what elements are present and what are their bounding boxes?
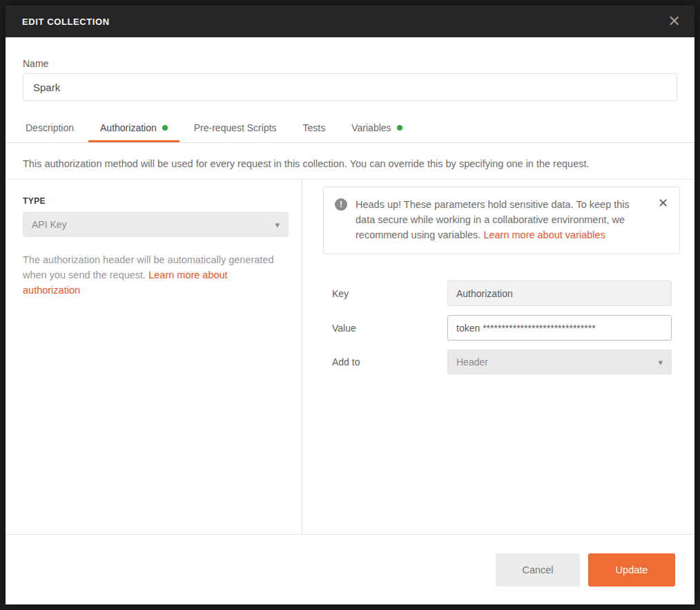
green-status-dot [397,125,402,131]
info-icon: ! [335,198,347,211]
green-status-dot [162,125,168,131]
tab-description[interactable]: Description [14,117,86,142]
close-icon[interactable]: ✕ [668,14,681,29]
edit-collection-modal: EDIT COLLECTION ✕ Name Description Autho… [6,6,694,604]
auth-type-value: API Key [32,219,67,230]
type-label: TYPE [23,196,288,206]
add-to-select[interactable]: Header ▾ [447,350,672,374]
cancel-button[interactable]: Cancel [496,553,580,587]
tab-label: Pre-request Scripts [194,122,277,133]
modal-header: EDIT COLLECTION ✕ [6,6,694,37]
key-input[interactable] [447,280,672,306]
auth-type-column: TYPE API Key ▾ The authorization header … [6,180,302,534]
tab-pre-request-scripts[interactable]: Pre-request Scripts [182,117,289,142]
authorization-description: This authorization method will be used f… [23,157,677,171]
tab-bar: Description Authorization Pre-request Sc… [6,117,694,143]
key-row: Key [323,280,680,306]
update-button[interactable]: Update [588,553,675,587]
tab-label: Authorization [100,122,157,133]
add-to-label: Add to [323,356,447,368]
authorization-panel: TYPE API Key ▾ The authorization header … [6,179,694,534]
auth-type-select[interactable]: API Key ▾ [23,212,289,237]
warning-close-icon[interactable]: ✕ [658,197,668,209]
tab-variables[interactable]: Variables [340,117,414,142]
value-row: Value [323,315,680,341]
name-section: Name [6,37,694,101]
sensitive-data-warning: ! Heads up! These parameters hold sensit… [323,187,680,254]
chevron-down-icon: ▾ [658,357,663,368]
learn-more-variables-link[interactable]: Learn more about variables [483,229,605,240]
auth-help-text: The authorization header will be automat… [23,252,275,298]
key-label: Key [323,288,447,299]
tab-label: Variables [351,122,391,133]
add-to-value: Header [456,356,488,368]
add-to-row: Add to Header ▾ [323,350,680,374]
modal-footer: Cancel Update [6,534,694,604]
tab-label: Description [26,122,74,133]
tab-tests[interactable]: Tests [291,117,338,142]
chevron-down-icon: ▾ [275,220,280,230]
value-input[interactable] [447,315,672,341]
modal-body: Name Description Authorization Pre-reque… [6,37,694,604]
modal-title: EDIT COLLECTION [22,17,110,27]
tab-label: Tests [303,122,326,133]
tab-authorization[interactable]: Authorization [88,117,179,142]
collection-name-input[interactable] [23,73,677,101]
auth-details-column: ! Heads up! These parameters hold sensit… [302,180,694,534]
name-label: Name [23,58,677,69]
value-label: Value [323,323,447,334]
modal-backdrop: EDIT COLLECTION ✕ Name Description Autho… [0,0,700,610]
api-key-fields: Key Value Add to Header ▾ [323,280,680,374]
warning-text: Heads up! These parameters hold sensitiv… [356,197,635,242]
